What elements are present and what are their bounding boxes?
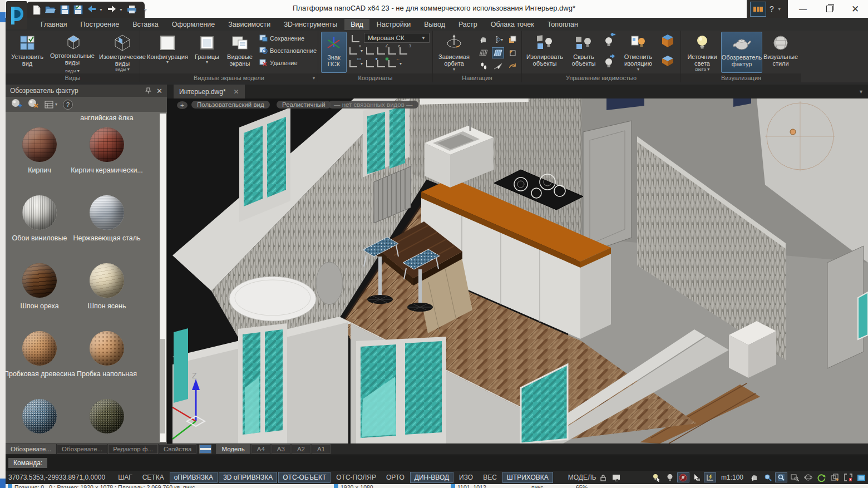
- light-bulb-icon[interactable]: [664, 472, 676, 482]
- monitor-icon[interactable]: [610, 472, 623, 482]
- tab-oformlenie[interactable]: Оформление: [166, 19, 221, 30]
- materials-browser-button[interactable]: Обозреватель фактур: [721, 32, 762, 73]
- nanocad-logo[interactable]: [6, 1, 27, 29]
- ortho-views-button[interactable]: Ортогональные виды виды ▾: [49, 32, 96, 73]
- closed-box-icon[interactable]: [659, 54, 677, 71]
- coord-icon-ucs-previous[interactable]: ←: [388, 60, 396, 67]
- hide-objects-button[interactable]: Скрыть объекты: [566, 32, 601, 73]
- document-tab-close-icon[interactable]: ✕: [234, 88, 239, 96]
- texture-item-ash[interactable]: Шпон ясень: [71, 263, 143, 311]
- open-box-icon[interactable]: [659, 32, 677, 52]
- toggle-dyninput[interactable]: ДИН-ВВОД: [410, 472, 453, 483]
- panel-scrollbar-thumb[interactable]: [160, 339, 165, 433]
- panel-close-icon[interactable]: ✕: [156, 87, 162, 95]
- toggle-ves[interactable]: ВЕС: [479, 472, 501, 483]
- materials-list[interactable]: английская ёлка Кирпич Кирпич керамическ…: [6, 112, 167, 443]
- panel-tab-browser1[interactable]: Обозревате...: [6, 444, 56, 454]
- coord-icon-ucs-x[interactable]: x: [349, 47, 357, 55]
- tab-nastroyki[interactable]: Настройки: [371, 19, 417, 30]
- close-button[interactable]: ✕: [842, 0, 868, 18]
- isolate-remove-icon[interactable]: [603, 54, 617, 71]
- undo-dropdown-icon[interactable]: ▼: [99, 8, 103, 12]
- coord-x-dropdown-icon[interactable]: ▾: [361, 48, 363, 53]
- layout-tab-a3[interactable]: A3: [272, 444, 290, 454]
- texture-item-brick-ceramic[interactable]: Кирпич керамически...: [71, 127, 143, 175]
- model-space-label[interactable]: МОДЕЛЬ: [568, 474, 596, 481]
- coord-prev-dropdown-icon[interactable]: ▾: [400, 61, 402, 66]
- annotation-scale[interactable]: m1:100: [721, 474, 743, 481]
- tab-vid[interactable]: Вид: [344, 19, 369, 30]
- pan-hand-icon[interactable]: [748, 472, 761, 482]
- coord-icon-ucs-origin[interactable]: [366, 47, 374, 55]
- coord-view-dropdown-icon[interactable]: ▾: [361, 61, 363, 66]
- document-tab[interactable]: Интерьер.dwg*✕: [174, 85, 245, 98]
- zoom-icon[interactable]: [762, 472, 774, 482]
- cancel-isolation-button[interactable]: Отменить изоляцию▾: [620, 32, 657, 73]
- viewport-save-button[interactable]: Сохранение: [259, 34, 304, 42]
- layout-tab-a1[interactable]: A1: [312, 444, 331, 454]
- layouts-list-icon[interactable]: [199, 445, 211, 454]
- command-prompt[interactable]: Команда:: [8, 458, 47, 468]
- coord-icon-axes[interactable]: [352, 35, 359, 42]
- cs-selector-dropdown[interactable]: Мировая СК▼: [364, 33, 430, 43]
- layout-tab-a2[interactable]: A2: [292, 444, 310, 454]
- delete-material-icon[interactable]: [28, 98, 39, 111]
- coord-icon-ucs-object[interactable]: ∠: [377, 47, 385, 55]
- viewport-config-button[interactable]: Конфигурация▾: [146, 32, 189, 73]
- undo-icon[interactable]: [87, 5, 97, 15]
- toggle-polar[interactable]: ОТС-ПОЛЯР: [332, 472, 381, 483]
- tab-topoplan[interactable]: Топоплан: [541, 19, 584, 30]
- group-dialog-launcher-icon[interactable]: ▾: [313, 76, 315, 81]
- viewport-delete-button[interactable]: Удаление: [259, 59, 298, 66]
- toggle-iso[interactable]: ИЗО: [455, 472, 477, 483]
- zoom-realtime-icon[interactable]: [775, 472, 787, 482]
- panel-help-icon[interactable]: ?: [63, 100, 73, 110]
- view-mode-icon[interactable]: ▾: [45, 101, 57, 109]
- pan-icon[interactable]: [477, 34, 490, 45]
- regen-icon[interactable]: [815, 472, 827, 482]
- zoom-updown-icon[interactable]: ▾: [492, 34, 504, 45]
- viewport-linked-views[interactable]: — нет связанных видов —: [328, 101, 418, 109]
- lock-icon[interactable]: [597, 472, 609, 482]
- walk-icon[interactable]: [477, 61, 490, 72]
- orbit-button[interactable]: Зависимая орбита▾: [435, 32, 473, 73]
- restore-button[interactable]: [817, 0, 842, 18]
- texture-item-blue-speckle[interactable]: [6, 399, 76, 438]
- restore-view-icon[interactable]: [506, 47, 519, 58]
- tab-vyvod[interactable]: Вывод: [418, 19, 451, 30]
- texture-item-brick[interactable]: Кирпич: [6, 127, 76, 175]
- panel-tab-editor[interactable]: Редактор ф...: [108, 444, 158, 454]
- tab-zavisimosti[interactable]: Зависимости: [222, 19, 277, 30]
- isolate-add-icon[interactable]: [603, 33, 617, 50]
- fly-icon[interactable]: [492, 61, 504, 72]
- light-sources-button[interactable]: Источники света света ▾: [684, 32, 720, 73]
- tab-rastr[interactable]: Растр: [452, 19, 484, 30]
- ucs-dynamic-icon[interactable]: [704, 472, 716, 482]
- coord-icon-ucs-named[interactable]: ●: [366, 60, 374, 67]
- sheets-stack-icon[interactable]: [506, 34, 519, 45]
- tab-postroenie[interactable]: Построение: [75, 19, 126, 30]
- grid-plane-icon[interactable]: [477, 47, 490, 58]
- viewports-button[interactable]: Видовые экраны: [224, 32, 256, 73]
- save-as-icon[interactable]: [73, 5, 83, 15]
- print-icon[interactable]: [127, 5, 137, 15]
- help-button[interactable]: ?: [770, 4, 774, 13]
- panel-scrollbar[interactable]: [160, 114, 166, 442]
- toggle-hatch[interactable]: ШТРИХОВКА: [502, 472, 553, 483]
- select-cursor-icon[interactable]: [691, 472, 703, 482]
- save-icon[interactable]: [60, 5, 70, 15]
- panel-tab-properties[interactable]: Свойства: [159, 444, 197, 454]
- coord-icon-ucs-world[interactable]: ◉: [377, 60, 385, 67]
- pin-icon[interactable]: [145, 87, 151, 94]
- redo-icon[interactable]: [107, 5, 117, 15]
- panel-tab-browser2[interactable]: Обозревате...: [57, 444, 107, 454]
- toggle-shag[interactable]: ШАГ: [114, 472, 137, 483]
- tab-glavnaya[interactable]: Главная: [34, 19, 73, 30]
- command-line[interactable]: Команда:: [6, 455, 868, 471]
- viewport-borders-button[interactable]: Границы▾: [191, 32, 223, 73]
- light-cursor-icon[interactable]: [650, 472, 663, 482]
- new-file-icon[interactable]: [32, 5, 41, 15]
- clean-screen-icon[interactable]: [855, 472, 867, 482]
- swivel-icon[interactable]: [506, 61, 519, 72]
- coord-icon-ucs-view[interactable]: ▭: [349, 60, 357, 67]
